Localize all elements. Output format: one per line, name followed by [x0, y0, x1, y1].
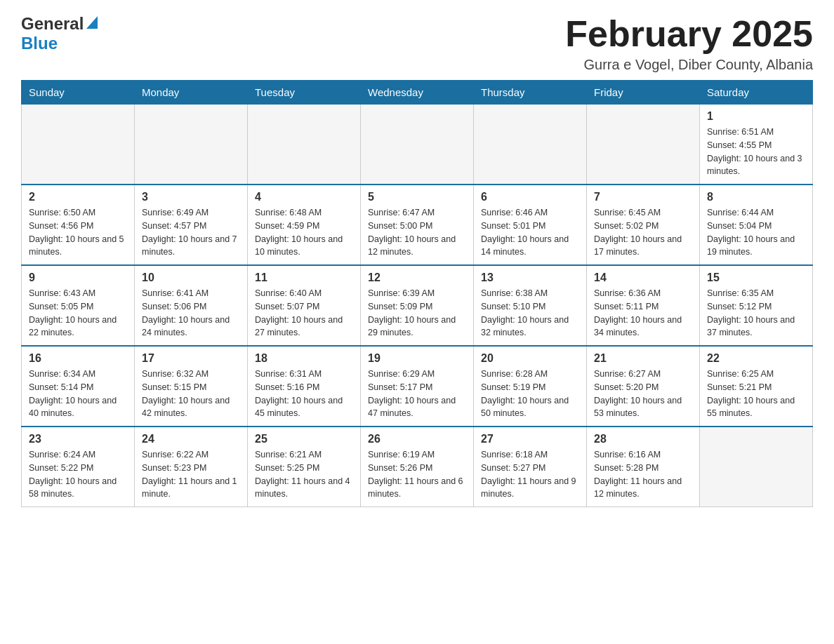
calendar-day-cell: 10Sunrise: 6:41 AMSunset: 5:06 PMDayligh… — [135, 265, 248, 346]
svg-marker-0 — [86, 16, 98, 29]
weekday-header-saturday: Saturday — [700, 81, 813, 105]
calendar-day-cell: 11Sunrise: 6:40 AMSunset: 5:07 PMDayligh… — [248, 265, 361, 346]
day-number: 28 — [594, 433, 692, 445]
calendar-day-cell: 6Sunrise: 6:46 AMSunset: 5:01 PMDaylight… — [474, 185, 587, 265]
day-number: 23 — [29, 433, 127, 445]
day-info: Sunrise: 6:39 AMSunset: 5:09 PMDaylight:… — [368, 287, 466, 340]
day-info: Sunrise: 6:51 AMSunset: 4:55 PMDaylight:… — [707, 126, 805, 178]
weekday-header-tuesday: Tuesday — [248, 81, 361, 105]
day-info: Sunrise: 6:21 AMSunset: 5:25 PMDaylight:… — [255, 448, 353, 501]
calendar-day-cell — [474, 105, 587, 185]
calendar-day-cell: 9Sunrise: 6:43 AMSunset: 5:05 PMDaylight… — [22, 265, 135, 346]
calendar-day-cell: 28Sunrise: 6:16 AMSunset: 5:28 PMDayligh… — [587, 427, 700, 507]
calendar-day-cell: 23Sunrise: 6:24 AMSunset: 5:22 PMDayligh… — [22, 427, 135, 507]
day-number: 17 — [142, 352, 240, 365]
calendar-header-row: SundayMondayTuesdayWednesdayThursdayFrid… — [22, 81, 813, 105]
calendar-day-cell: 5Sunrise: 6:47 AMSunset: 5:00 PMDaylight… — [361, 185, 474, 265]
day-info: Sunrise: 6:47 AMSunset: 5:00 PMDaylight:… — [368, 206, 466, 259]
day-number: 1 — [707, 110, 805, 123]
calendar-day-cell: 16Sunrise: 6:34 AMSunset: 5:14 PMDayligh… — [22, 346, 135, 427]
day-number: 24 — [142, 433, 240, 445]
weekday-header-wednesday: Wednesday — [361, 81, 474, 105]
day-info: Sunrise: 6:25 AMSunset: 5:21 PMDaylight:… — [707, 368, 805, 420]
calendar-day-cell: 25Sunrise: 6:21 AMSunset: 5:25 PMDayligh… — [248, 427, 361, 507]
calendar-week-row: 9Sunrise: 6:43 AMSunset: 5:05 PMDaylight… — [22, 265, 813, 346]
day-info: Sunrise: 6:31 AMSunset: 5:16 PMDaylight:… — [255, 368, 353, 420]
month-year-title: February 2025 — [565, 14, 813, 54]
calendar-day-cell — [587, 105, 700, 185]
day-info: Sunrise: 6:32 AMSunset: 5:15 PMDaylight:… — [142, 368, 240, 420]
page-header: General Blue February 2025 Gurra e Vogel… — [21, 14, 813, 73]
day-number: 4 — [255, 191, 353, 203]
day-info: Sunrise: 6:50 AMSunset: 4:56 PMDaylight:… — [29, 206, 127, 259]
day-number: 8 — [707, 191, 805, 203]
calendar-day-cell: 12Sunrise: 6:39 AMSunset: 5:09 PMDayligh… — [361, 265, 474, 346]
logo: General Blue — [21, 14, 98, 53]
day-number: 22 — [707, 352, 805, 365]
calendar-day-cell: 18Sunrise: 6:31 AMSunset: 5:16 PMDayligh… — [248, 346, 361, 427]
day-info: Sunrise: 6:22 AMSunset: 5:23 PMDaylight:… — [142, 448, 240, 501]
day-info: Sunrise: 6:28 AMSunset: 5:19 PMDaylight:… — [481, 368, 579, 420]
calendar-day-cell: 7Sunrise: 6:45 AMSunset: 5:02 PMDaylight… — [587, 185, 700, 265]
calendar-table: SundayMondayTuesdayWednesdayThursdayFrid… — [21, 80, 813, 507]
day-info: Sunrise: 6:40 AMSunset: 5:07 PMDaylight:… — [255, 287, 353, 340]
calendar-day-cell: 14Sunrise: 6:36 AMSunset: 5:11 PMDayligh… — [587, 265, 700, 346]
calendar-week-row: 1Sunrise: 6:51 AMSunset: 4:55 PMDaylight… — [22, 105, 813, 185]
day-number: 2 — [29, 191, 127, 203]
logo-blue-text: Blue — [21, 34, 58, 53]
calendar-day-cell: 27Sunrise: 6:18 AMSunset: 5:27 PMDayligh… — [474, 427, 587, 507]
day-number: 15 — [707, 271, 805, 284]
day-info: Sunrise: 6:43 AMSunset: 5:05 PMDaylight:… — [29, 287, 127, 340]
location-text: Gurra e Vogel, Diber County, Albania — [565, 57, 813, 73]
title-area: February 2025 Gurra e Vogel, Diber Count… — [565, 14, 813, 73]
day-number: 13 — [481, 271, 579, 284]
calendar-day-cell: 19Sunrise: 6:29 AMSunset: 5:17 PMDayligh… — [361, 346, 474, 427]
weekday-header-thursday: Thursday — [474, 81, 587, 105]
day-number: 26 — [368, 433, 466, 445]
day-number: 3 — [142, 191, 240, 203]
day-info: Sunrise: 6:27 AMSunset: 5:20 PMDaylight:… — [594, 368, 692, 420]
day-number: 25 — [255, 433, 353, 445]
day-info: Sunrise: 6:45 AMSunset: 5:02 PMDaylight:… — [594, 206, 692, 259]
day-info: Sunrise: 6:35 AMSunset: 5:12 PMDaylight:… — [707, 287, 805, 340]
calendar-day-cell: 4Sunrise: 6:48 AMSunset: 4:59 PMDaylight… — [248, 185, 361, 265]
weekday-header-friday: Friday — [587, 81, 700, 105]
calendar-day-cell: 17Sunrise: 6:32 AMSunset: 5:15 PMDayligh… — [135, 346, 248, 427]
day-info: Sunrise: 6:41 AMSunset: 5:06 PMDaylight:… — [142, 287, 240, 340]
calendar-day-cell: 15Sunrise: 6:35 AMSunset: 5:12 PMDayligh… — [700, 265, 813, 346]
day-number: 19 — [368, 352, 466, 365]
calendar-day-cell: 8Sunrise: 6:44 AMSunset: 5:04 PMDaylight… — [700, 185, 813, 265]
day-number: 21 — [594, 352, 692, 365]
day-info: Sunrise: 6:36 AMSunset: 5:11 PMDaylight:… — [594, 287, 692, 340]
calendar-day-cell: 22Sunrise: 6:25 AMSunset: 5:21 PMDayligh… — [700, 346, 813, 427]
day-number: 20 — [481, 352, 579, 365]
day-info: Sunrise: 6:18 AMSunset: 5:27 PMDaylight:… — [481, 448, 579, 501]
calendar-day-cell — [22, 105, 135, 185]
day-number: 27 — [481, 433, 579, 445]
weekday-header-sunday: Sunday — [22, 81, 135, 105]
calendar-day-cell — [135, 105, 248, 185]
day-info: Sunrise: 6:44 AMSunset: 5:04 PMDaylight:… — [707, 206, 805, 259]
calendar-day-cell — [248, 105, 361, 185]
day-info: Sunrise: 6:19 AMSunset: 5:26 PMDaylight:… — [368, 448, 466, 501]
day-info: Sunrise: 6:38 AMSunset: 5:10 PMDaylight:… — [481, 287, 579, 340]
weekday-header-monday: Monday — [135, 81, 248, 105]
calendar-week-row: 2Sunrise: 6:50 AMSunset: 4:56 PMDaylight… — [22, 185, 813, 265]
calendar-day-cell: 3Sunrise: 6:49 AMSunset: 4:57 PMDaylight… — [135, 185, 248, 265]
day-info: Sunrise: 6:29 AMSunset: 5:17 PMDaylight:… — [368, 368, 466, 420]
day-number: 6 — [481, 191, 579, 203]
calendar-day-cell — [700, 427, 813, 507]
calendar-day-cell: 1Sunrise: 6:51 AMSunset: 4:55 PMDaylight… — [700, 105, 813, 185]
day-info: Sunrise: 6:16 AMSunset: 5:28 PMDaylight:… — [594, 448, 692, 501]
day-number: 12 — [368, 271, 466, 284]
day-number: 11 — [255, 271, 353, 284]
day-number: 9 — [29, 271, 127, 284]
day-number: 5 — [368, 191, 466, 203]
day-number: 16 — [29, 352, 127, 365]
day-info: Sunrise: 6:34 AMSunset: 5:14 PMDaylight:… — [29, 368, 127, 420]
day-info: Sunrise: 6:24 AMSunset: 5:22 PMDaylight:… — [29, 448, 127, 501]
calendar-day-cell: 21Sunrise: 6:27 AMSunset: 5:20 PMDayligh… — [587, 346, 700, 427]
day-number: 7 — [594, 191, 692, 203]
logo-general-text: General — [21, 14, 84, 34]
calendar-week-row: 16Sunrise: 6:34 AMSunset: 5:14 PMDayligh… — [22, 346, 813, 427]
